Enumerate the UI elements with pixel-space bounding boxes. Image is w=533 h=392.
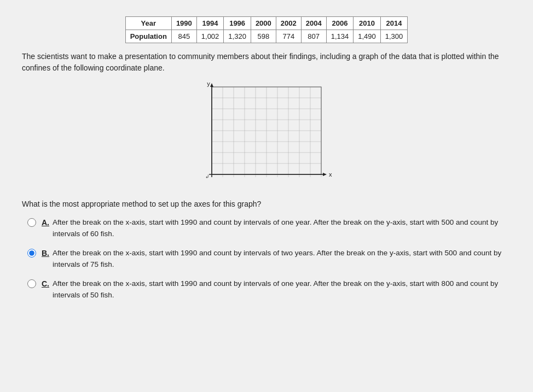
table-header-7: 2006 xyxy=(326,17,354,30)
options-list: A. After the break on the x-axis, start … xyxy=(22,217,511,301)
coordinate-plane: y x ↲ xyxy=(195,81,338,191)
table-cell-1: 1,002 xyxy=(196,30,224,43)
table-header-8: 2010 xyxy=(354,17,381,30)
option-a-letter: A. xyxy=(42,217,49,229)
table-data-row: Population8451,0021,3205987748071,1341,4… xyxy=(125,30,408,43)
option-a-radio[interactable] xyxy=(27,218,36,227)
option-c: C. After the break on the x-axis, start … xyxy=(27,278,511,301)
option-c-label[interactable]: C. After the break on the x-axis, start … xyxy=(42,278,511,301)
table-cell-5: 807 xyxy=(301,30,326,43)
population-table: Year199019941996200020022004200620102014… xyxy=(125,16,408,43)
table-header-4: 2000 xyxy=(251,17,276,30)
option-a: A. After the break on the x-axis, start … xyxy=(27,217,511,240)
page-content: Year199019941996200020022004200620102014… xyxy=(11,11,522,307)
graph-wrapper: y x ↲ xyxy=(22,81,511,191)
question-text: What is the most appropriate method to s… xyxy=(22,200,511,208)
table-cell-7: 1,490 xyxy=(354,30,381,43)
table-cell-8: 1,300 xyxy=(380,30,408,43)
table-header-9: 2014 xyxy=(380,17,408,30)
option-b-text: After the break on the x-axis, start wit… xyxy=(53,248,511,271)
table-cell-6: 1,134 xyxy=(326,30,354,43)
option-b: B. After the break on the x-axis, start … xyxy=(27,248,511,271)
option-b-label[interactable]: B. After the break on the x-axis, start … xyxy=(42,248,511,271)
description-text: The scientists want to make a presentati… xyxy=(22,51,511,74)
table-cell-0: 845 xyxy=(171,30,196,43)
option-b-letter: B. xyxy=(42,248,49,259)
table-header-0: Year xyxy=(125,17,171,30)
table-cell-4: 774 xyxy=(276,30,301,43)
svg-marker-22 xyxy=(210,83,213,87)
svg-marker-24 xyxy=(323,173,327,176)
svg-text:x: x xyxy=(329,171,332,178)
table-header-6: 2004 xyxy=(301,17,326,30)
graph-svg: y x ↲ xyxy=(195,81,338,191)
option-b-radio[interactable] xyxy=(27,249,36,258)
table-wrapper: Year199019941996200020022004200620102014… xyxy=(22,16,511,43)
table-header-5: 2002 xyxy=(276,17,301,30)
option-a-label[interactable]: A. After the break on the x-axis, start … xyxy=(42,217,511,240)
option-c-text: After the break on the x-axis, start wit… xyxy=(53,278,511,301)
table-cell-3: 598 xyxy=(251,30,276,43)
table-cell-2: 1,320 xyxy=(224,30,251,43)
option-c-letter: C. xyxy=(42,278,49,290)
table-header-2: 1994 xyxy=(196,17,224,30)
option-a-text: After the break on the x-axis, start wit… xyxy=(53,217,511,240)
option-c-radio[interactable] xyxy=(27,279,36,288)
svg-text:y: y xyxy=(207,81,210,87)
table-header-row: Year199019941996200020022004200620102014 xyxy=(125,17,408,30)
table-header-3: 1996 xyxy=(224,17,251,30)
svg-text:↲: ↲ xyxy=(205,174,210,179)
table-row-label: Population xyxy=(125,30,171,43)
table-header-1: 1990 xyxy=(171,17,196,30)
